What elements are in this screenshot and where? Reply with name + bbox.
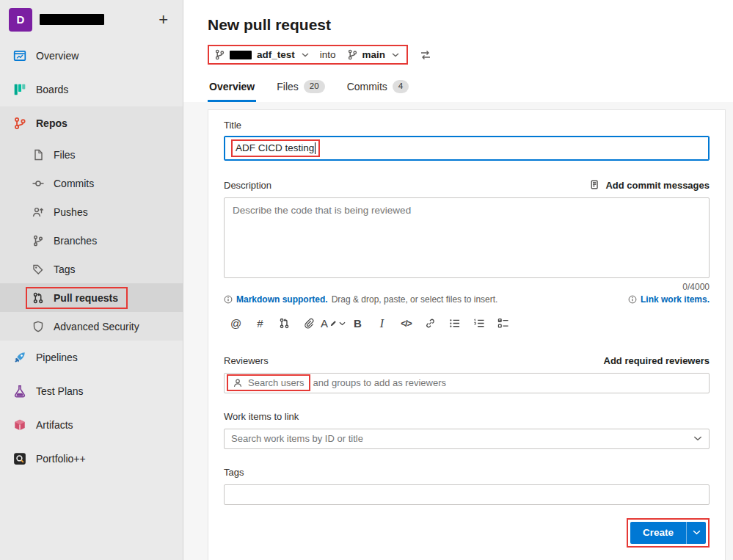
- pull-requests-icon: [32, 292, 44, 304]
- add-required-reviewers-button[interactable]: Add required reviewers: [604, 355, 710, 366]
- sidebar: D + Overview Boards Repos Files Commits: [0, 0, 183, 560]
- insert-link-button[interactable]: [418, 314, 442, 333]
- commits-icon: [32, 178, 44, 189]
- annotation-box-branches: adf_test into main: [208, 45, 408, 65]
- reviewers-label: Reviewers: [224, 355, 269, 366]
- sidebar-item-artifacts[interactable]: Artifacts: [0, 408, 183, 442]
- sidebar-item-pipelines[interactable]: Pipelines: [0, 341, 183, 374]
- link-icon: [425, 318, 436, 329]
- swap-branches-icon[interactable]: [420, 49, 431, 61]
- page-header: New pull request adf_test into main Over…: [183, 0, 733, 102]
- reviewers-placeholder-rest: and groups to add as reviewers: [313, 377, 446, 388]
- commits-count-badge: 4: [393, 80, 409, 93]
- sidebar-item-test-plans[interactable]: Test Plans: [0, 374, 183, 408]
- sidebar-item-overview[interactable]: Overview: [0, 39, 183, 73]
- project-header[interactable]: D +: [0, 0, 183, 39]
- main-content: New pull request adf_test into main Over…: [183, 0, 733, 560]
- source-branch-dropdown[interactable]: adf_test: [257, 49, 295, 60]
- numbered-list-button[interactable]: [467, 314, 491, 333]
- create-button[interactable]: Create: [630, 522, 686, 544]
- branch-icon: [347, 49, 358, 60]
- sidebar-item-label: Artifacts: [36, 419, 73, 431]
- tab-commits[interactable]: Commits 4: [346, 80, 411, 102]
- target-branch-dropdown[interactable]: main: [362, 49, 386, 60]
- sidebar-item-label: Tags: [54, 263, 76, 275]
- code-button[interactable]: </>: [394, 314, 418, 333]
- paperclip-icon: [303, 318, 314, 329]
- files-count-badge: 20: [304, 80, 325, 93]
- sidebar-item-label: Boards: [36, 84, 68, 95]
- work-item-button[interactable]: #: [248, 314, 272, 333]
- add-commit-messages-label: Add commit messages: [605, 180, 710, 191]
- test-plans-icon: [13, 385, 26, 398]
- branches-icon: [32, 235, 44, 247]
- task-list-button[interactable]: [491, 314, 515, 333]
- sidebar-item-portfolio[interactable]: Portfolio++: [0, 442, 183, 476]
- bold-button[interactable]: B: [346, 314, 370, 333]
- pr-title-input[interactable]: ADF CICD testing: [224, 136, 710, 161]
- pull-request-link-button[interactable]: [272, 314, 296, 333]
- info-icon: [628, 295, 637, 304]
- format-button[interactable]: A: [321, 314, 346, 333]
- tab-label: Commits: [347, 81, 387, 92]
- chevron-down-icon[interactable]: [693, 436, 702, 441]
- sidebar-item-branches[interactable]: Branches: [0, 226, 183, 255]
- reviewers-input[interactable]: Search users and groups to add as review…: [224, 373, 710, 393]
- mention-button[interactable]: @: [224, 314, 248, 333]
- sidebar-item-label: Advanced Security: [54, 321, 139, 332]
- description-label: Description: [224, 180, 271, 191]
- tags-input[interactable]: [231, 485, 702, 504]
- markdown-supported-link[interactable]: Markdown supported.: [236, 294, 328, 305]
- add-project-button[interactable]: +: [156, 12, 171, 28]
- tab-files[interactable]: Files 20: [275, 80, 326, 102]
- pen-icon: [330, 320, 337, 327]
- italic-button[interactable]: I: [370, 314, 394, 333]
- sidebar-item-pushes[interactable]: Pushes: [0, 197, 183, 226]
- sidebar-item-repos[interactable]: Repos: [0, 106, 183, 140]
- create-dropdown-chevron[interactable]: [686, 522, 706, 544]
- sidebar-item-label: Test Plans: [36, 385, 84, 397]
- sidebar-item-boards[interactable]: Boards: [0, 73, 183, 106]
- link-work-items-link[interactable]: Link work items.: [641, 294, 710, 305]
- project-name-redacted: [40, 14, 104, 25]
- sidebar-item-label: Portfolio++: [36, 453, 86, 465]
- sidebar-item-tags[interactable]: Tags: [0, 255, 183, 283]
- add-required-reviewers-label: Add required reviewers: [604, 355, 710, 366]
- editor-toolbar: @ # A B I </>: [224, 314, 710, 333]
- tab-overview[interactable]: Overview: [208, 80, 256, 102]
- project-avatar: D: [9, 8, 32, 32]
- tab-bar: Overview Files 20 Commits 4: [208, 80, 726, 102]
- reviewers-placeholder-highlight: Search users: [248, 377, 304, 388]
- overview-icon: [13, 49, 26, 62]
- code-icon: </>: [401, 319, 411, 329]
- page-title: New pull request: [208, 16, 726, 34]
- portfolio-icon: [13, 452, 26, 465]
- tags-input-wrapper[interactable]: [224, 484, 710, 505]
- tab-label: Files: [277, 81, 299, 92]
- branch-prefix-redacted: [230, 51, 252, 59]
- branch-icon: [214, 49, 225, 60]
- tags-label: Tags: [224, 467, 710, 478]
- sidebar-item-label: Overview: [36, 50, 79, 62]
- attach-file-button[interactable]: [296, 314, 321, 333]
- bulleted-list-button[interactable]: [442, 314, 467, 333]
- sidebar-item-advanced-security[interactable]: Advanced Security: [0, 312, 183, 341]
- project-initial: D: [17, 13, 25, 26]
- sidebar-item-commits[interactable]: Commits: [0, 169, 183, 197]
- chevron-down-icon[interactable]: [302, 53, 309, 57]
- work-items-dropdown[interactable]: [224, 429, 710, 449]
- add-commit-messages-button[interactable]: Add commit messages: [590, 180, 710, 191]
- bulleted-list-icon: [449, 318, 460, 329]
- sidebar-item-label: Repos: [36, 117, 68, 129]
- description-textarea[interactable]: [224, 197, 710, 278]
- markdown-hint-text: Drag & drop, paste, or select files to i…: [332, 294, 498, 305]
- chevron-down-icon[interactable]: [392, 53, 399, 57]
- boards-icon: [13, 83, 26, 96]
- pushes-icon: [32, 206, 44, 218]
- sidebar-item-files[interactable]: Files: [0, 140, 183, 169]
- sidebar-item-label: Commits: [54, 178, 94, 189]
- annotation-box-title: ADF CICD testing: [231, 139, 320, 157]
- work-items-input[interactable]: [231, 429, 693, 448]
- sidebar-item-pull-requests[interactable]: Pull requests: [0, 283, 183, 312]
- task-list-icon: [497, 318, 508, 329]
